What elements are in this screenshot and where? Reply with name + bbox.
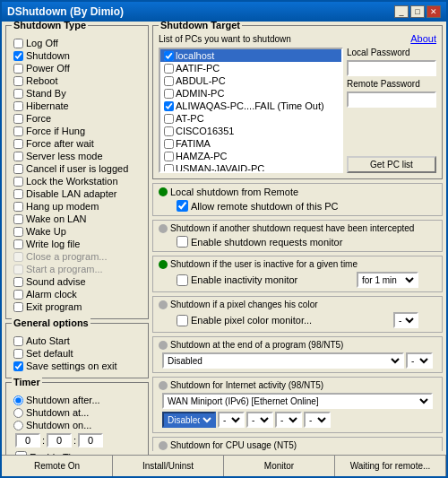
shutdown-item-9[interactable]: Server less mode xyxy=(12,150,142,162)
internet-combo6[interactable]: - xyxy=(304,412,331,428)
shutdown-checkbox-3[interactable] xyxy=(13,76,23,86)
shutdown-item-4[interactable]: Stand By xyxy=(12,87,142,100)
shutdown-checkbox-12[interactable] xyxy=(13,189,23,199)
shutdown-item-1[interactable]: Shutdown xyxy=(12,49,142,62)
internet-combo4[interactable]: - xyxy=(246,412,273,428)
shutdown-item-8[interactable]: Force after wait xyxy=(12,137,142,150)
pc-item-6[interactable]: CISCO16351 xyxy=(160,125,341,137)
shutdown-checkbox-7[interactable] xyxy=(13,126,23,136)
local-password-input[interactable] xyxy=(347,60,436,76)
timer-radio-1[interactable]: Shutdown at... xyxy=(12,406,142,419)
timer-radio-input-2[interactable] xyxy=(13,421,23,430)
shutdown-checkbox-19[interactable] xyxy=(13,277,23,287)
pixel-combo[interactable]: - xyxy=(393,312,418,328)
shutdown-checkbox-1[interactable] xyxy=(13,51,23,61)
shutdown-checkbox-20[interactable] xyxy=(13,290,23,300)
pc-checkbox-4[interactable] xyxy=(164,101,174,111)
shutdown-item-13[interactable]: Hang up modem xyxy=(12,200,142,213)
pixel-checkbox[interactable] xyxy=(177,315,188,326)
close-button[interactable]: ✕ xyxy=(426,5,441,18)
pc-listbox[interactable]: localhostAATIF-PCABDUL-PCADMIN-PCALIWAQA… xyxy=(159,48,343,173)
pc-checkbox-7[interactable] xyxy=(164,139,174,149)
get-pc-list-button[interactable]: Get PC list xyxy=(347,156,436,173)
shutdown-item-18[interactable]: Start a program... xyxy=(12,263,142,275)
shutdown-checkbox-0[interactable] xyxy=(13,39,23,48)
general-checkbox-1[interactable] xyxy=(13,349,23,359)
general-item-2[interactable]: Save settings on exit xyxy=(12,360,142,372)
remote-password-input[interactable] xyxy=(347,91,436,108)
pc-checkbox-5[interactable] xyxy=(164,114,174,124)
shutdown-item-7[interactable]: Force if Hung xyxy=(12,125,142,137)
shutdown-checkbox-11[interactable] xyxy=(13,177,23,187)
pc-item-9[interactable]: USMAN-JAVAID-PC xyxy=(160,162,341,173)
shutdown-item-5[interactable]: Hibernate xyxy=(12,100,142,112)
pc-checkbox-2[interactable] xyxy=(164,76,174,86)
pc-checkbox-1[interactable] xyxy=(164,64,174,74)
internet-combo2[interactable]: Disabled xyxy=(162,412,216,428)
program98-combo[interactable]: Disabled xyxy=(162,352,404,369)
shutdown-checkbox-5[interactable] xyxy=(13,101,23,111)
shutdown-checkbox-4[interactable] xyxy=(13,89,23,99)
shutdown-checkbox-10[interactable] xyxy=(13,164,23,174)
about-link[interactable]: About xyxy=(410,33,436,44)
shutdown-item-2[interactable]: Power Off xyxy=(12,62,142,74)
inactive-combo[interactable]: for 1 min for 5 min for 10 min xyxy=(357,272,418,288)
bottom-tab-3[interactable]: Waiting for remote... xyxy=(335,456,446,476)
pc-checkbox-0[interactable] xyxy=(164,51,174,61)
timer-radio-input-1[interactable] xyxy=(13,408,23,418)
pc-item-4[interactable]: ALIWAQAS-PC....FAIL (Time Out) xyxy=(160,100,341,112)
shutdown-item-10[interactable]: Cancel if user is logged xyxy=(12,162,142,175)
timer-minutes-input[interactable] xyxy=(47,433,72,448)
internet-combo5[interactable]: - xyxy=(275,412,302,428)
pc-item-1[interactable]: AATIF-PC xyxy=(160,62,341,74)
bottom-tab-2[interactable]: Monitor xyxy=(224,456,335,476)
shutdown-checkbox-9[interactable] xyxy=(13,152,23,161)
shutdown-checkbox-8[interactable] xyxy=(13,139,23,149)
shutdown-item-11[interactable]: Lock the Workstation xyxy=(12,175,142,187)
pc-item-8[interactable]: HAMZA-PC xyxy=(160,150,341,162)
shutdown-item-3[interactable]: Reboot xyxy=(12,74,142,87)
timer-radio-2[interactable]: Shutdown on... xyxy=(12,419,142,431)
pc-item-7[interactable]: FATIMA xyxy=(160,137,341,150)
shutdown-item-6[interactable]: Force xyxy=(12,112,142,125)
inactive-checkbox[interactable] xyxy=(177,274,188,286)
shutdown-checkbox-15[interactable] xyxy=(13,227,23,237)
general-checkbox-2[interactable] xyxy=(13,361,23,371)
shutdown-checkbox-6[interactable] xyxy=(13,114,23,124)
pc-checkbox-3[interactable] xyxy=(164,89,174,99)
bottom-tab-1[interactable]: Install/Uninst xyxy=(113,456,224,476)
general-item-0[interactable]: Auto Start xyxy=(12,335,142,347)
intercepted-checkbox[interactable] xyxy=(177,236,188,248)
shutdown-item-17[interactable]: Close a program... xyxy=(12,250,142,263)
pc-checkbox-9[interactable] xyxy=(164,164,174,174)
allow-remote-checkbox[interactable] xyxy=(177,200,188,212)
shutdown-item-21[interactable]: Exit program xyxy=(12,300,142,313)
shutdown-item-0[interactable]: Log Off xyxy=(12,37,142,49)
enable-timer-checkbox[interactable] xyxy=(15,451,27,455)
general-item-1[interactable]: Set default xyxy=(12,347,142,360)
general-checkbox-0[interactable] xyxy=(13,336,23,346)
timer-seconds-input[interactable] xyxy=(78,433,103,448)
pc-item-3[interactable]: ADMIN-PC xyxy=(160,87,341,100)
shutdown-item-19[interactable]: Sound advise xyxy=(12,275,142,288)
internet-combo3[interactable]: - xyxy=(218,412,245,428)
shutdown-checkbox-16[interactable] xyxy=(13,239,23,249)
shutdown-checkbox-13[interactable] xyxy=(13,202,23,212)
shutdown-checkbox-21[interactable] xyxy=(13,302,23,312)
shutdown-checkbox-14[interactable] xyxy=(13,214,23,224)
timer-radio-0[interactable]: Shutdown after... xyxy=(12,394,142,406)
shutdown-item-16[interactable]: Write log file xyxy=(12,238,142,250)
timer-radio-input-0[interactable] xyxy=(13,395,23,405)
pc-item-5[interactable]: AT-PC xyxy=(160,112,341,125)
shutdown-item-12[interactable]: Disable LAN adapter xyxy=(12,187,142,200)
internet-combo1[interactable]: WAN Miniport (IPv6) [Ethernet Online] xyxy=(162,393,433,409)
timer-hours-input[interactable] xyxy=(15,433,40,448)
maximize-button[interactable]: □ xyxy=(410,5,425,18)
program98-combo2[interactable]: - xyxy=(406,352,433,369)
pc-item-2[interactable]: ABDUL-PC xyxy=(160,74,341,87)
pc-checkbox-6[interactable] xyxy=(164,126,174,136)
bottom-tab-0[interactable]: Remote On xyxy=(2,456,113,476)
minimize-button[interactable]: _ xyxy=(394,5,409,18)
shutdown-item-20[interactable]: Alarm clock xyxy=(12,288,142,300)
shutdown-item-14[interactable]: Wake on LAN xyxy=(12,213,142,225)
